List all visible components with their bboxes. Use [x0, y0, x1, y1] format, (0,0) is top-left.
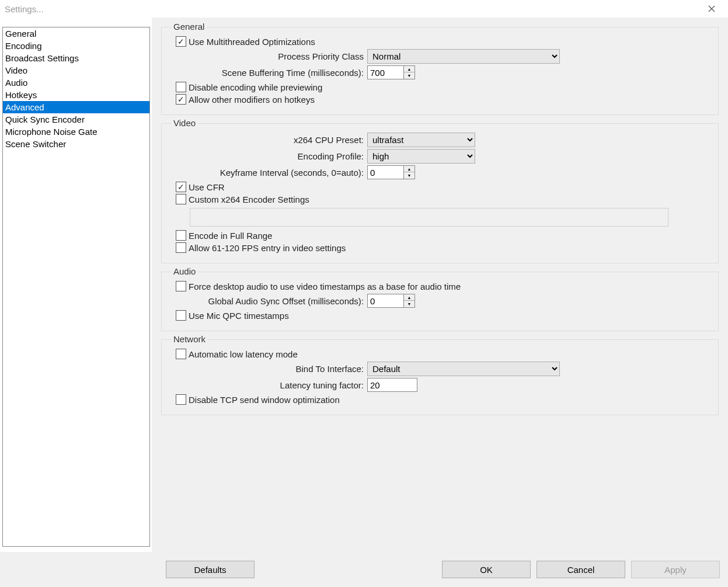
- content: General Use Multithreaded Optimizations …: [152, 18, 728, 552]
- group-audio: Audio Force desktop audio to use video t…: [161, 272, 719, 331]
- spin-down-icon[interactable]: ▼: [404, 301, 414, 307]
- spin-up-icon[interactable]: ▲: [404, 66, 414, 72]
- sidebar-item-noisegate[interactable]: Microphone Noise Gate: [3, 126, 149, 138]
- group-general: General Use Multithreaded Optimizations …: [161, 27, 719, 115]
- combo-bind-interface[interactable]: Default: [367, 362, 560, 376]
- close-icon: [708, 5, 715, 12]
- combo-x264-preset[interactable]: ultrafast: [367, 133, 475, 147]
- sidebar-item-encoding[interactable]: Encoding: [3, 40, 149, 52]
- lbl-use-mic-qpc: Use Mic QPC timestamps: [189, 311, 289, 321]
- sidebar-item-sceneswitch[interactable]: Scene Switcher: [3, 138, 149, 150]
- group-audio-title: Audio: [171, 266, 198, 276]
- chk-allow-61-120[interactable]: [176, 242, 186, 253]
- group-video: Video x264 CPU Preset: ultrafast Encodin: [161, 123, 719, 263]
- lbl-custom-x264: Custom x264 Encoder Settings: [189, 194, 309, 204]
- sidebar: General Encoding Broadcast Settings Vide…: [2, 27, 150, 547]
- lbl-encode-full-range: Encode in Full Range: [189, 231, 272, 241]
- lbl-keyframe-interval: Keyframe Interval (seconds, 0=auto):: [169, 168, 367, 178]
- spin-down-icon[interactable]: ▼: [404, 172, 414, 179]
- lbl-allow-61-120: Allow 61-120 FPS entry in video settings: [189, 243, 346, 253]
- chk-use-mic-qpc[interactable]: [176, 310, 186, 321]
- sidebar-item-advanced[interactable]: Advanced: [3, 101, 149, 113]
- defaults-button[interactable]: Defaults: [166, 561, 255, 578]
- input-latency-factor[interactable]: [367, 378, 417, 392]
- footer: Defaults OK Cancel Apply: [0, 552, 728, 587]
- input-custom-x264-settings: [190, 208, 668, 227]
- group-video-title: Video: [171, 118, 198, 128]
- body: General Encoding Broadcast Settings Vide…: [0, 18, 728, 552]
- lbl-process-priority: Process Priority Class: [169, 51, 367, 61]
- lbl-use-multithreaded: Use Multithreaded Optimizations: [189, 37, 315, 47]
- apply-button[interactable]: Apply: [631, 561, 720, 578]
- spin-keyframe[interactable]: ▲ ▼: [367, 165, 415, 179]
- group-network-title: Network: [171, 334, 208, 344]
- lbl-scene-buffering: Scene Buffering Time (milliseconds):: [169, 68, 367, 78]
- window-title: Settings...: [5, 4, 700, 14]
- sidebar-item-quicksync[interactable]: Quick Sync Encoder: [3, 113, 149, 126]
- lbl-x264-preset: x264 CPU Preset:: [169, 135, 367, 145]
- combo-encoding-profile[interactable]: high: [367, 149, 475, 164]
- spin-scene-buffering[interactable]: ▲ ▼: [367, 65, 415, 79]
- sidebar-wrap: General Encoding Broadcast Settings Vide…: [0, 18, 152, 552]
- sidebar-item-broadcast[interactable]: Broadcast Settings: [3, 52, 149, 64]
- lbl-latency-factor: Latency tuning factor:: [169, 380, 367, 390]
- lbl-force-desktop-audio: Force desktop audio to use video timesta…: [189, 282, 461, 291]
- lbl-global-sync: Global Audio Sync Offset (milliseconds):: [169, 296, 367, 306]
- chk-disable-tcp-opt[interactable]: [176, 394, 186, 405]
- titlebar: Settings...: [0, 0, 728, 18]
- sidebar-item-audio[interactable]: Audio: [3, 77, 149, 89]
- sidebar-item-video[interactable]: Video: [3, 64, 149, 77]
- combo-process-priority[interactable]: Normal: [367, 49, 560, 64]
- lbl-disable-encoding-preview: Disable encoding while previewing: [189, 82, 322, 92]
- chk-use-multithreaded[interactable]: [176, 36, 186, 47]
- chk-auto-low-latency[interactable]: [176, 349, 186, 359]
- group-network: Network Automatic low latency mode Bind …: [161, 339, 719, 415]
- cancel-button[interactable]: Cancel: [537, 561, 625, 578]
- chk-encode-full-range[interactable]: [176, 230, 186, 241]
- spin-up-icon[interactable]: ▲: [404, 294, 414, 301]
- spin-up-icon[interactable]: ▲: [404, 166, 414, 172]
- chk-custom-x264[interactable]: [176, 194, 186, 204]
- lbl-bind-interface: Bind To Interface:: [169, 364, 367, 374]
- lbl-use-cfr: Use CFR: [189, 182, 225, 192]
- spin-global-sync[interactable]: ▲ ▼: [367, 294, 415, 308]
- input-keyframe[interactable]: [367, 165, 403, 179]
- chk-allow-other-modifiers[interactable]: [176, 94, 186, 105]
- lbl-auto-low-latency: Automatic low latency mode: [189, 349, 298, 359]
- ok-button[interactable]: OK: [442, 561, 531, 578]
- lbl-allow-other-modifiers: Allow other modifiers on hotkeys: [189, 95, 315, 105]
- close-button[interactable]: [700, 0, 723, 18]
- input-scene-buffering[interactable]: [367, 65, 403, 79]
- spin-down-icon[interactable]: ▼: [404, 72, 414, 79]
- settings-window: Settings... General Encoding Broadcast S…: [0, 0, 728, 587]
- lbl-encoding-profile: Encoding Profile:: [169, 151, 367, 161]
- sidebar-item-general[interactable]: General: [3, 27, 149, 40]
- sidebar-item-hotkeys[interactable]: Hotkeys: [3, 89, 149, 101]
- input-global-sync[interactable]: [367, 294, 403, 308]
- group-general-title: General: [171, 22, 207, 32]
- chk-force-desktop-audio[interactable]: [176, 281, 186, 291]
- chk-use-cfr[interactable]: [176, 182, 186, 192]
- lbl-disable-tcp-opt: Disable TCP send window optimization: [189, 395, 340, 405]
- chk-disable-encoding-preview[interactable]: [176, 82, 186, 92]
